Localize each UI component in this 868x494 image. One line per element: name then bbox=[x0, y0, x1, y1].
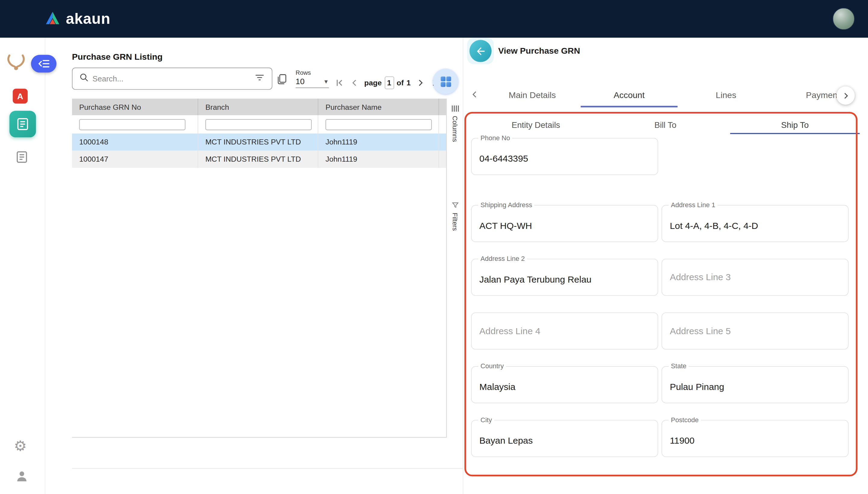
panel-divider bbox=[72, 468, 463, 469]
field-address-line-5[interactable]: Address Line 5 bbox=[662, 312, 849, 349]
filters-tool[interactable]: Filters bbox=[447, 202, 463, 231]
sidebar-collapse-toggle[interactable] bbox=[31, 55, 56, 73]
cell-purchaser: John1119 bbox=[318, 134, 439, 151]
page-label: page bbox=[364, 79, 382, 87]
col-header-purchaser[interactable]: Purchaser Name bbox=[318, 99, 439, 115]
field-label: Country bbox=[478, 362, 506, 370]
field-value: Pulau Pinang bbox=[670, 382, 724, 392]
field-value: Lot 4-A, 4-B, 4-C, 4-D bbox=[670, 221, 758, 231]
table-side-tools: Columns Filters bbox=[446, 99, 462, 438]
grid-view-button[interactable] bbox=[433, 69, 458, 94]
field-value: Jalan Paya Terubung Relau bbox=[479, 274, 592, 285]
filter-input-grn-no[interactable] bbox=[79, 119, 186, 130]
columns-tool[interactable]: Columns bbox=[447, 105, 463, 142]
brand-logo[interactable]: akaun bbox=[44, 10, 111, 27]
tabs-scroll-right-button[interactable] bbox=[836, 87, 855, 105]
field-shipping-address[interactable]: Shipping Address ACT HQ-WH bbox=[471, 205, 658, 242]
grn-table: Purchase GRN No Branch Purchaser Name Up… bbox=[72, 99, 446, 438]
filter-input-purchaser[interactable] bbox=[326, 119, 432, 130]
menu-arrow-icon bbox=[38, 59, 50, 68]
back-button[interactable] bbox=[470, 40, 492, 62]
field-postcode[interactable]: Postcode 11900 bbox=[662, 420, 849, 457]
tab-main-details[interactable]: Main Details bbox=[484, 83, 580, 108]
filters-tool-label: Filters bbox=[451, 213, 459, 231]
user-avatar[interactable] bbox=[832, 8, 854, 30]
page-input[interactable]: 1 bbox=[384, 76, 394, 89]
pdf-tool-icon[interactable]: A bbox=[13, 89, 28, 104]
akaun-logo-icon bbox=[44, 10, 61, 27]
columns-icon bbox=[452, 105, 459, 112]
columns-tool-label: Columns bbox=[451, 116, 459, 142]
field-label: Shipping Address bbox=[478, 201, 534, 210]
ship-to-fields: Phone No 04-6443395 Shipping Address ACT… bbox=[463, 131, 868, 494]
field-label: State bbox=[669, 362, 689, 370]
left-sidebar: A ⚙ bbox=[0, 38, 45, 494]
document-list-icon bbox=[15, 117, 30, 132]
field-country[interactable]: Country Malaysia bbox=[471, 366, 658, 403]
purchase-grn-listing-panel: Purchase GRN Listing Rows bbox=[45, 38, 463, 494]
cell-purchaser: John1119 bbox=[318, 151, 439, 168]
pagination: page 1 of 1 bbox=[334, 76, 440, 89]
next-page-button[interactable] bbox=[416, 78, 425, 88]
tab-account[interactable]: Account bbox=[581, 83, 677, 108]
tab-lines[interactable]: Lines bbox=[677, 83, 774, 108]
field-value: 04-6443395 bbox=[479, 153, 528, 164]
prev-page-button[interactable] bbox=[350, 78, 359, 88]
filter-input-branch[interactable] bbox=[205, 119, 312, 130]
funnel-icon bbox=[452, 202, 459, 209]
page-indicator: page 1 of 1 bbox=[364, 76, 411, 89]
search-input[interactable] bbox=[93, 74, 251, 83]
sidebar-item-document[interactable] bbox=[15, 150, 29, 166]
col-header-branch[interactable]: Branch bbox=[198, 99, 319, 115]
field-value: Malaysia bbox=[479, 382, 516, 392]
arrow-left-icon bbox=[475, 45, 487, 57]
rows-per-page-control: Rows 10 ▼ bbox=[296, 69, 329, 88]
field-value: Bayan Lepas bbox=[479, 436, 533, 446]
field-value: ACT HQ-WH bbox=[479, 221, 532, 231]
top-navbar: akaun bbox=[0, 0, 868, 38]
rows-select[interactable]: 10 ▼ bbox=[296, 77, 329, 88]
cell-grn-no: 1000147 bbox=[72, 151, 198, 168]
field-label: Postcode bbox=[669, 416, 701, 424]
field-value: 11900 bbox=[670, 436, 694, 446]
account-person-icon[interactable] bbox=[15, 469, 29, 485]
field-label: Address Line 2 bbox=[478, 255, 527, 263]
field-state[interactable]: State Pulau Pinang bbox=[662, 366, 849, 403]
field-address-line-2[interactable]: Address Line 2 Jalan Paya Terubung Relau bbox=[471, 259, 658, 296]
filter-list-icon[interactable] bbox=[254, 72, 265, 86]
hands-module-icon[interactable] bbox=[5, 53, 26, 73]
detail-tabs: Main Details Account Lines Payment bbox=[484, 83, 856, 108]
document-outline-icon bbox=[15, 150, 29, 164]
field-address-line-4[interactable]: Address Line 4 bbox=[471, 312, 658, 349]
field-label: City bbox=[478, 416, 494, 424]
col-header-grn-no[interactable]: Purchase GRN No bbox=[72, 99, 198, 115]
listing-title: Purchase GRN Listing bbox=[72, 52, 163, 62]
total-pages: 1 bbox=[407, 79, 411, 87]
table-header-row: Purchase GRN No Branch Purchaser Name Up bbox=[72, 99, 446, 115]
tabs-scroll-left-icon[interactable] bbox=[470, 90, 479, 102]
app-root: akaun A bbox=[0, 0, 868, 494]
grid-icon bbox=[439, 75, 453, 88]
cell-branch: MCT INDUSTRIES PVT LTD bbox=[198, 134, 319, 151]
rows-label: Rows bbox=[296, 69, 329, 76]
field-label: Address Line 1 bbox=[669, 201, 717, 210]
table-row[interactable]: 1000147 MCT INDUSTRIES PVT LTD John1119 bbox=[72, 151, 446, 168]
field-city[interactable]: City Bayan Lepas bbox=[471, 420, 658, 457]
field-address-line-1[interactable]: Address Line 1 Lot 4-A, 4-B, 4-C, 4-D bbox=[662, 205, 849, 242]
duplicate-pages-icon[interactable] bbox=[276, 73, 288, 88]
sidebar-item-listing-active[interactable] bbox=[9, 111, 36, 137]
search-icon bbox=[79, 73, 89, 85]
first-page-button[interactable] bbox=[334, 77, 345, 88]
field-label: Phone No bbox=[478, 134, 512, 142]
col-header-updated[interactable]: Up bbox=[439, 99, 446, 115]
table-row[interactable]: 1000148 MCT INDUSTRIES PVT LTD John1119 bbox=[72, 134, 446, 151]
chevron-right-icon bbox=[841, 91, 850, 100]
field-address-line-3[interactable]: Address Line 3 bbox=[662, 259, 849, 296]
settings-gear-icon[interactable]: ⚙ bbox=[14, 439, 27, 453]
field-phone-no[interactable]: Phone No 04-6443395 bbox=[471, 138, 658, 175]
back-button-halo bbox=[467, 38, 494, 64]
table-filter-row bbox=[72, 115, 446, 134]
detail-tabbar: Main Details Account Lines Payment bbox=[463, 83, 868, 108]
view-purchase-grn-panel: View Purchase GRN Main Details Account L… bbox=[463, 38, 868, 494]
rows-value: 10 bbox=[296, 77, 305, 86]
